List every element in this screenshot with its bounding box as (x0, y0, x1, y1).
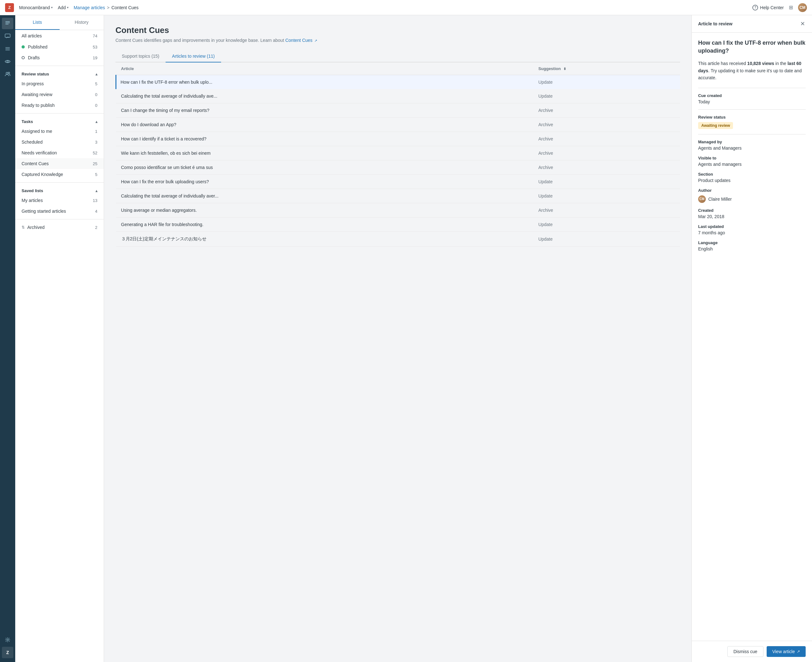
table-row[interactable]: Como posso identificar se um ticket é um… (116, 161, 680, 175)
icon-bar-item-people[interactable] (2, 69, 13, 80)
table-row[interactable]: How can I identify if a ticket is a reco… (116, 132, 680, 146)
article-title-cell: How do I download an App? (116, 117, 534, 132)
svg-point-8 (6, 72, 8, 74)
sidebar-item-awaiting-review[interactable]: Awaiting review 0 (15, 89, 104, 100)
svg-rect-2 (5, 24, 8, 24)
scheduled-count: 3 (95, 140, 97, 145)
drafts-label: Drafts (28, 55, 93, 60)
sidebar-item-needs-verification[interactable]: Needs verification 52 (15, 148, 104, 158)
tasks-header: Tasks ▴ (15, 116, 104, 126)
section-label: Section (698, 172, 806, 177)
user-avatar[interactable]: CM (798, 3, 807, 12)
article-title-cell: Wie kann ich feststellen, ob es sich bei… (116, 146, 534, 161)
sidebar-item-content-cues[interactable]: Content Cues 25 (15, 158, 104, 169)
article-suggestion-cell: Archive (533, 117, 680, 132)
tab-history[interactable]: History (59, 15, 104, 30)
all-articles-label: All articles (22, 33, 93, 39)
sidebar-item-archived[interactable]: ⇅ Archived 2 (15, 222, 104, 233)
my-articles-count: 13 (93, 198, 97, 203)
table-row[interactable]: ３月2日(土)定期メインテナンスのお知らせ Update (116, 232, 680, 247)
view-article-button[interactable]: View article ↗ (767, 646, 806, 657)
page-title: Content Cues (116, 26, 680, 35)
grid-icon[interactable]: ⊞ (789, 5, 793, 10)
meta-divider-1 (698, 109, 806, 110)
cue-created-value: Today (698, 99, 806, 104)
sidebar-item-published[interactable]: Published 53 (15, 42, 104, 52)
sidebar: Lists History All articles 74 Published … (15, 15, 104, 662)
table-row[interactable]: How can I fix the UTF-8 error when bulk … (116, 75, 680, 89)
table-row[interactable]: Using average or median aggregators. Arc… (116, 203, 680, 217)
table-row[interactable]: How can I fix the error bulk uploading u… (116, 175, 680, 189)
sidebar-item-in-progress[interactable]: In progress 5 (15, 78, 104, 89)
icon-bar-item-menu[interactable] (2, 43, 13, 55)
table-row[interactable]: Can I change the timing of my email repo… (116, 103, 680, 117)
help-center-button[interactable]: ? Help Center (753, 5, 784, 10)
saved-lists-chevron-icon[interactable]: ▴ (95, 189, 97, 193)
table-row[interactable]: Wie kann ich feststellen, ob es sich bei… (116, 146, 680, 161)
tab-lists[interactable]: Lists (15, 15, 59, 30)
article-title-cell: Calculating the total average of individ… (116, 89, 534, 103)
right-panel-title: Article to review (698, 21, 732, 26)
tab-articles-to-review[interactable]: Articles to review (11) (166, 50, 221, 63)
article-suggestion-cell: Update (533, 89, 680, 103)
sidebar-item-captured-knowledge[interactable]: Captured Knowledge 5 (15, 169, 104, 180)
svg-point-7 (7, 61, 8, 63)
add-button[interactable]: Add ▾ (58, 5, 69, 10)
meta-review-status: Review status Awaiting review (698, 115, 806, 129)
author-name: Claire Miller (708, 196, 732, 202)
sidebar-item-drafts[interactable]: Drafts 19 (15, 52, 104, 63)
icon-bar-item-articles[interactable] (2, 18, 13, 29)
right-panel-close-button[interactable]: ✕ (800, 20, 806, 27)
sidebar-item-all-articles[interactable]: All articles 74 (15, 30, 104, 42)
sidebar-item-ready-to-publish[interactable]: Ready to publish 0 (15, 100, 104, 111)
published-count: 53 (93, 45, 97, 50)
content-cues-label: Content Cues (22, 161, 93, 166)
article-suggestion-cell: Update (533, 217, 680, 232)
author-label: Author (698, 188, 806, 193)
table-row[interactable]: Calculating the total average of individ… (116, 89, 680, 103)
icon-bar-item-gear[interactable] (2, 634, 13, 646)
archive-icon: ⇅ (22, 225, 25, 230)
scheduled-label: Scheduled (22, 140, 95, 145)
article-description: This article has received 10,828 views i… (698, 60, 806, 81)
add-chevron-icon: ▾ (67, 6, 69, 9)
captured-knowledge-label: Captured Knowledge (22, 172, 95, 177)
needs-verification-count: 52 (93, 151, 97, 155)
getting-started-count: 4 (95, 209, 97, 214)
tab-support-topics[interactable]: Support topics (15) (116, 50, 166, 63)
col-suggestion[interactable]: Suggestion ⬍ (533, 63, 680, 75)
breadcrumb-manage[interactable]: Manage articles (74, 5, 105, 10)
tasks-chevron-icon[interactable]: ▴ (95, 119, 97, 124)
article-suggestion-cell: Archive (533, 161, 680, 175)
sidebar-item-getting-started[interactable]: Getting started articles 4 (15, 206, 104, 217)
icon-bar: Z (0, 15, 15, 662)
icon-bar-item-chat[interactable] (2, 31, 13, 42)
article-suggestion-cell: Archive (533, 203, 680, 217)
review-status-header: Review status ▴ (15, 69, 104, 78)
sidebar-item-my-articles[interactable]: My articles 13 (15, 195, 104, 206)
table-row[interactable]: Generating a HAR file for troubleshootin… (116, 217, 680, 232)
dismiss-cue-button[interactable]: Dismiss cue (727, 646, 763, 657)
brand-chevron-icon: ▾ (51, 6, 53, 9)
review-status-chevron-icon[interactable]: ▴ (95, 72, 97, 76)
table-row[interactable]: Calculating the total average of individ… (116, 189, 680, 203)
table-row[interactable]: How do I download an App? Archive (116, 117, 680, 132)
brand-logo[interactable]: Z (5, 3, 14, 12)
brand-name[interactable]: Monocambrand ▾ (19, 5, 53, 10)
saved-lists-header: Saved lists ▴ (15, 185, 104, 195)
sidebar-item-scheduled[interactable]: Scheduled 3 (15, 137, 104, 148)
article-suggestion-cell: Archive (533, 103, 680, 117)
sidebar-item-assigned-to-me[interactable]: Assigned to me 1 (15, 126, 104, 137)
icon-bar-item-zendesk[interactable]: Z (2, 647, 13, 658)
managed-by-label: Managed by (698, 140, 806, 144)
content-cues-link[interactable]: Content Cues ↗ (285, 38, 317, 43)
article-title-cell: Can I change the timing of my email repo… (116, 103, 534, 117)
article-suggestion-cell: Archive (533, 146, 680, 161)
getting-started-label: Getting started articles (22, 209, 95, 214)
icon-bar-item-eye[interactable] (2, 56, 13, 67)
article-suggestion-cell: Update (533, 189, 680, 203)
sidebar-tabs: Lists History (15, 15, 104, 30)
article-suggestion-cell: Update (533, 175, 680, 189)
breadcrumb-sep: > (107, 5, 109, 10)
svg-point-9 (8, 72, 10, 74)
